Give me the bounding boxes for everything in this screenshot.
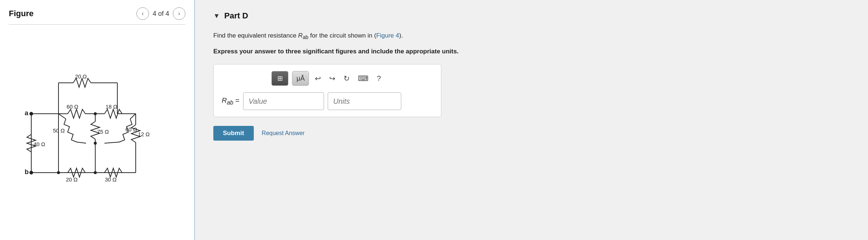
svg-text:12 Ω: 12 Ω xyxy=(138,131,150,137)
redo-icon: ↪ xyxy=(329,74,335,83)
nav-counter: 4 of 4 xyxy=(153,10,169,18)
input-row: Rab = xyxy=(222,92,433,110)
next-icon: › xyxy=(178,10,180,17)
svg-text:60 Ω: 60 Ω xyxy=(67,103,78,110)
svg-text:b: b xyxy=(25,168,29,176)
figure-header: Figure ‹ 4 of 4 › xyxy=(9,7,185,20)
prev-button[interactable]: ‹ xyxy=(136,7,149,20)
refresh-icon: ↻ xyxy=(344,74,350,83)
grid-button[interactable]: ⊞ xyxy=(271,71,288,86)
prev-icon: ‹ xyxy=(142,10,143,17)
right-panel: ▼ Part D Find the equivalent resistance … xyxy=(195,0,868,240)
svg-text:40 Ω: 40 Ω xyxy=(33,141,45,147)
undo-icon: ↩ xyxy=(315,74,321,83)
problem-text: Find the equivalent resistance Rab for t… xyxy=(213,31,850,42)
svg-line-26 xyxy=(130,114,136,119)
next-button[interactable]: › xyxy=(173,7,185,20)
svg-line-27 xyxy=(104,142,119,143)
keyboard-icon: ⌨ xyxy=(358,74,369,83)
circuit-diagram: a b 20 Ω 60 Ω xyxy=(9,31,185,193)
action-row: Submit Request Answer xyxy=(213,126,850,141)
units-input[interactable] xyxy=(328,92,401,110)
help-icon: ? xyxy=(377,74,381,83)
undo-button[interactable]: ↩ xyxy=(313,73,323,84)
keyboard-button[interactable]: ⌨ xyxy=(356,73,371,84)
part-header: ▼ Part D xyxy=(213,11,850,21)
grid-icon: ⊞ xyxy=(277,74,283,82)
help-button[interactable]: ? xyxy=(374,73,383,84)
figure-title: Figure xyxy=(9,9,33,18)
toolbar: ⊞ μÅ ↩ ↪ ↻ ⌨ ? xyxy=(222,71,433,86)
svg-text:30 Ω: 30 Ω xyxy=(105,176,117,183)
problem-text-mid: for the circuit shown in ( xyxy=(309,32,376,39)
svg-line-19 xyxy=(58,114,66,119)
svg-text:20 Ω: 20 Ω xyxy=(75,73,87,80)
svg-text:18 Ω: 18 Ω xyxy=(106,103,117,110)
r-ab-inline: Rab xyxy=(298,32,309,39)
request-answer-link[interactable]: Request Answer xyxy=(262,130,305,137)
svg-text:a: a xyxy=(25,109,29,117)
svg-text:20 Ω: 20 Ω xyxy=(66,176,78,183)
answer-box: ⊞ μÅ ↩ ↪ ↻ ⌨ ? Rab = xyxy=(213,64,441,117)
collapse-arrow[interactable]: ▼ xyxy=(213,12,220,20)
svg-line-20 xyxy=(77,142,86,143)
instruction-text: Express your answer to three significant… xyxy=(213,47,850,56)
redo-button[interactable]: ↪ xyxy=(327,73,338,84)
nav-controls: ‹ 4 of 4 › xyxy=(136,7,185,20)
equation-label: Rab = xyxy=(222,96,239,106)
refresh-button[interactable]: ↻ xyxy=(341,73,352,84)
divider xyxy=(9,24,185,25)
value-input[interactable] xyxy=(243,92,324,110)
figure-link[interactable]: Figure 4 xyxy=(376,32,399,39)
svg-text:75 Ω: 75 Ω xyxy=(97,128,109,135)
submit-button[interactable]: Submit xyxy=(213,126,254,141)
mu-button[interactable]: μÅ xyxy=(292,71,309,86)
mu-icon: μÅ xyxy=(296,75,305,82)
circuit-svg: a b 20 Ω 60 Ω xyxy=(18,35,176,190)
problem-text-after: ). xyxy=(399,32,403,39)
figure-panel: Figure ‹ 4 of 4 › a b xyxy=(0,0,195,240)
svg-text:50 Ω: 50 Ω xyxy=(53,127,65,134)
problem-text-before: Find the equivalent resistance xyxy=(213,32,298,39)
part-title: Part D xyxy=(224,11,248,21)
